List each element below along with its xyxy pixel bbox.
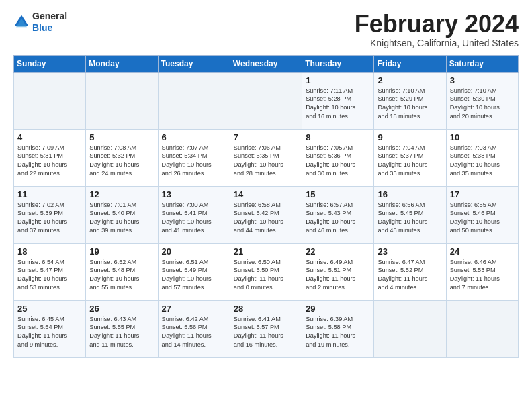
calendar-cell: 18Sunrise: 6:54 AM Sunset: 5:47 PM Dayli… [14, 243, 86, 300]
day-number: 11 [17, 189, 82, 199]
calendar-week-row: 4Sunrise: 7:09 AM Sunset: 5:31 PM Daylig… [14, 129, 519, 186]
day-info: Sunrise: 6:47 AM Sunset: 5:52 PM Dayligh… [378, 258, 442, 293]
day-number: 8 [306, 132, 370, 142]
calendar-cell: 2Sunrise: 7:10 AM Sunset: 5:29 PM Daylig… [374, 72, 446, 129]
calendar-cell: 6Sunrise: 7:07 AM Sunset: 5:34 PM Daylig… [158, 129, 230, 186]
weekday-header-row: SundayMondayTuesdayWednesdayThursdayFrid… [14, 55, 519, 72]
calendar-subtitle: Knightsen, California, United States [355, 38, 519, 48]
calendar-cell [14, 72, 86, 129]
day-number: 17 [450, 189, 515, 199]
day-number: 16 [378, 189, 442, 199]
weekday-header: Saturday [446, 55, 518, 72]
day-number: 24 [450, 246, 515, 257]
calendar-cell: 15Sunrise: 6:57 AM Sunset: 5:43 PM Dayli… [302, 186, 374, 243]
day-info: Sunrise: 7:10 AM Sunset: 5:30 PM Dayligh… [450, 87, 515, 122]
calendar-cell: 21Sunrise: 6:50 AM Sunset: 5:50 PM Dayli… [230, 243, 302, 300]
day-number: 15 [306, 189, 370, 199]
weekday-header: Wednesday [230, 55, 302, 72]
calendar-cell: 27Sunrise: 6:42 AM Sunset: 5:56 PM Dayli… [158, 300, 230, 357]
day-number: 4 [17, 132, 82, 142]
calendar-cell: 24Sunrise: 6:46 AM Sunset: 5:53 PM Dayli… [446, 243, 518, 300]
calendar-cell: 1Sunrise: 7:11 AM Sunset: 5:28 PM Daylig… [302, 72, 374, 129]
day-info: Sunrise: 6:55 AM Sunset: 5:46 PM Dayligh… [450, 201, 515, 236]
calendar-cell: 4Sunrise: 7:09 AM Sunset: 5:31 PM Daylig… [14, 129, 86, 186]
day-info: Sunrise: 6:41 AM Sunset: 5:57 PM Dayligh… [234, 315, 298, 350]
day-number: 10 [450, 132, 515, 142]
day-number: 23 [378, 246, 442, 257]
day-number: 9 [378, 132, 442, 142]
day-info: Sunrise: 7:09 AM Sunset: 5:31 PM Dayligh… [17, 144, 82, 179]
weekday-header: Tuesday [158, 55, 230, 72]
day-number: 28 [234, 304, 298, 314]
calendar-week-row: 1Sunrise: 7:11 AM Sunset: 5:28 PM Daylig… [14, 72, 519, 129]
title-block: February 2024 Knightsen, California, Uni… [355, 11, 519, 48]
day-info: Sunrise: 6:42 AM Sunset: 5:56 PM Dayligh… [162, 315, 226, 350]
logo-blue-text: Blue [32, 22, 52, 33]
calendar-cell: 8Sunrise: 7:05 AM Sunset: 5:36 PM Daylig… [302, 129, 374, 186]
day-info: Sunrise: 7:03 AM Sunset: 5:38 PM Dayligh… [450, 144, 515, 179]
calendar-table: SundayMondayTuesdayWednesdayThursdayFrid… [13, 55, 519, 358]
logo: General Blue [13, 11, 67, 34]
logo-icon [13, 14, 30, 30]
day-info: Sunrise: 7:06 AM Sunset: 5:35 PM Dayligh… [234, 144, 298, 179]
calendar-cell: 12Sunrise: 7:01 AM Sunset: 5:40 PM Dayli… [86, 186, 158, 243]
calendar-cell: 14Sunrise: 6:58 AM Sunset: 5:42 PM Dayli… [230, 186, 302, 243]
weekday-header: Friday [374, 55, 446, 72]
day-number: 5 [89, 132, 154, 142]
day-number: 27 [162, 304, 226, 314]
day-info: Sunrise: 6:45 AM Sunset: 5:54 PM Dayligh… [17, 315, 82, 350]
day-info: Sunrise: 7:00 AM Sunset: 5:41 PM Dayligh… [162, 201, 226, 236]
day-info: Sunrise: 6:39 AM Sunset: 5:58 PM Dayligh… [306, 315, 370, 350]
calendar-cell: 16Sunrise: 6:56 AM Sunset: 5:45 PM Dayli… [374, 186, 446, 243]
day-info: Sunrise: 7:11 AM Sunset: 5:28 PM Dayligh… [306, 87, 370, 122]
weekday-header: Thursday [302, 55, 374, 72]
day-number: 1 [306, 75, 370, 85]
day-number: 19 [89, 246, 154, 257]
weekday-header: Sunday [14, 55, 86, 72]
calendar-cell: 13Sunrise: 7:00 AM Sunset: 5:41 PM Dayli… [158, 186, 230, 243]
logo-text: General Blue [32, 11, 67, 34]
day-number: 3 [450, 75, 515, 85]
logo-general: General [32, 11, 67, 21]
day-number: 22 [306, 246, 370, 257]
calendar-cell: 7Sunrise: 7:06 AM Sunset: 5:35 PM Daylig… [230, 129, 302, 186]
day-info: Sunrise: 6:49 AM Sunset: 5:51 PM Dayligh… [306, 258, 370, 293]
day-number: 7 [234, 132, 298, 142]
day-info: Sunrise: 7:05 AM Sunset: 5:36 PM Dayligh… [306, 144, 370, 179]
day-number: 14 [234, 189, 298, 199]
day-number: 13 [162, 189, 226, 199]
calendar-cell: 29Sunrise: 6:39 AM Sunset: 5:58 PM Dayli… [302, 300, 374, 357]
calendar-cell: 26Sunrise: 6:43 AM Sunset: 5:55 PM Dayli… [86, 300, 158, 357]
calendar-cell: 25Sunrise: 6:45 AM Sunset: 5:54 PM Dayli… [14, 300, 86, 357]
day-number: 25 [17, 304, 82, 314]
calendar-cell: 10Sunrise: 7:03 AM Sunset: 5:38 PM Dayli… [446, 129, 518, 186]
calendar-cell [374, 300, 446, 357]
calendar-cell: 19Sunrise: 6:52 AM Sunset: 5:48 PM Dayli… [86, 243, 158, 300]
day-number: 26 [89, 304, 154, 314]
calendar-cell: 3Sunrise: 7:10 AM Sunset: 5:30 PM Daylig… [446, 72, 518, 129]
day-number: 6 [162, 132, 226, 142]
calendar-cell: 5Sunrise: 7:08 AM Sunset: 5:32 PM Daylig… [86, 129, 158, 186]
day-info: Sunrise: 7:07 AM Sunset: 5:34 PM Dayligh… [162, 144, 226, 179]
day-info: Sunrise: 7:02 AM Sunset: 5:39 PM Dayligh… [17, 201, 82, 236]
calendar-cell [158, 72, 230, 129]
calendar-cell: 20Sunrise: 6:51 AM Sunset: 5:49 PM Dayli… [158, 243, 230, 300]
calendar-week-row: 18Sunrise: 6:54 AM Sunset: 5:47 PM Dayli… [14, 243, 519, 300]
day-number: 20 [162, 246, 226, 257]
day-number: 18 [17, 246, 82, 257]
weekday-header: Monday [86, 55, 158, 72]
calendar-cell: 22Sunrise: 6:49 AM Sunset: 5:51 PM Dayli… [302, 243, 374, 300]
day-info: Sunrise: 6:57 AM Sunset: 5:43 PM Dayligh… [306, 201, 370, 236]
day-number: 2 [378, 75, 442, 85]
calendar-cell [86, 72, 158, 129]
day-info: Sunrise: 6:52 AM Sunset: 5:48 PM Dayligh… [89, 258, 154, 293]
calendar-week-row: 25Sunrise: 6:45 AM Sunset: 5:54 PM Dayli… [14, 300, 519, 357]
day-info: Sunrise: 6:58 AM Sunset: 5:42 PM Dayligh… [234, 201, 298, 236]
calendar-cell: 28Sunrise: 6:41 AM Sunset: 5:57 PM Dayli… [230, 300, 302, 357]
page-header: General Blue February 2024 Knightsen, Ca… [13, 11, 519, 48]
calendar-title: February 2024 [355, 11, 519, 38]
calendar-cell: 17Sunrise: 6:55 AM Sunset: 5:46 PM Dayli… [446, 186, 518, 243]
day-info: Sunrise: 7:10 AM Sunset: 5:29 PM Dayligh… [378, 87, 442, 122]
calendar-cell: 11Sunrise: 7:02 AM Sunset: 5:39 PM Dayli… [14, 186, 86, 243]
day-info: Sunrise: 6:54 AM Sunset: 5:47 PM Dayligh… [17, 258, 82, 293]
